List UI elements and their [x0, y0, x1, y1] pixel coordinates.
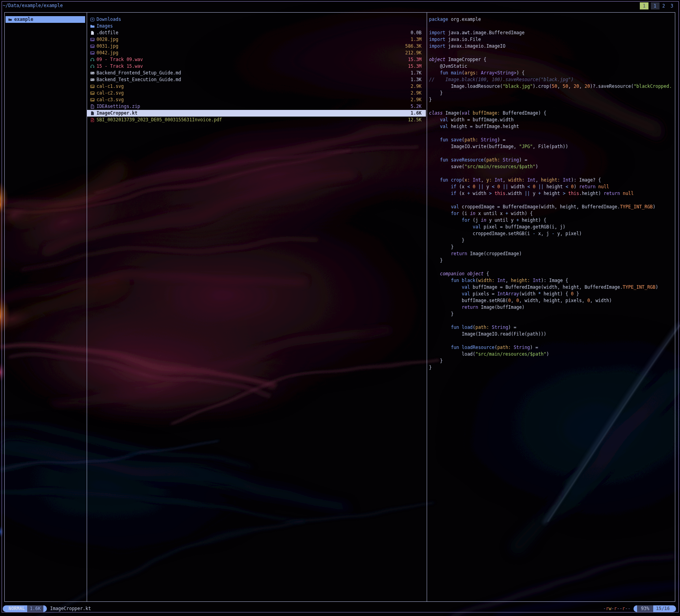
code-token-fg: buffImage.setRGB(: [429, 298, 508, 303]
code-token-fg: [429, 271, 440, 276]
file-row[interactable]: cal-c3.svg2.9K: [87, 96, 426, 103]
file-row[interactable]: 0042.jpg212.9K: [87, 50, 426, 56]
file-row[interactable]: Downloads: [87, 16, 426, 23]
code-token-th: this: [494, 191, 505, 196]
permission-char: r: [606, 606, 609, 611]
status-filename: ImageCropper.kt: [50, 605, 91, 612]
code-token-fg: x until x: [476, 211, 505, 216]
code-token-ty: Int: [533, 278, 541, 283]
code-token-st: "blackCropped.: [634, 83, 672, 89]
code-token-op: -: [533, 231, 535, 236]
code-token-pr: path:: [464, 137, 478, 143]
code-token-fn: loadResource: [459, 345, 494, 350]
code-token-kw: val: [451, 204, 459, 210]
file-row[interactable]: 09 - Track 09.wav15.3M: [87, 56, 426, 63]
file-row[interactable]: cal-c1.svg2.9K: [87, 83, 426, 90]
tab-3[interactable]: 2: [660, 2, 668, 9]
code-token-fg: }: [429, 237, 464, 243]
code-token-fg: [429, 137, 440, 143]
file-row[interactable]: 0028.jpg1.3M: [87, 36, 426, 43]
code-token-fg: buffImage = BufferedImage(width, height,…: [470, 284, 623, 290]
code-token-fg: [429, 284, 462, 290]
code-token-op: ||: [478, 184, 484, 189]
tab-4[interactable]: 3: [668, 2, 676, 9]
code-token-kwi: object: [429, 57, 446, 62]
image-gold-icon: [90, 84, 95, 89]
breadcrumb-path: ~/Data/example/example: [3, 2, 63, 9]
permission-char: --: [625, 606, 630, 611]
code-line: val width = buffImage.width: [429, 117, 514, 123]
code-token-ty: Array<String>: [481, 70, 517, 76]
code-line: }: [429, 311, 453, 317]
code-line: // Image.black(100, 100).saveResource("b…: [429, 76, 574, 83]
file-row[interactable]: SBI_0032013739_2023_DE05_0003155631Invoi…: [87, 117, 426, 123]
code-token-fg: }: [429, 97, 432, 102]
code-token-fg: y: [530, 191, 538, 196]
tab-2[interactable]: 1: [651, 2, 660, 9]
code-token-ty: IntArray: [497, 291, 519, 297]
code-token-fg: @JvmStatic: [429, 63, 467, 69]
code-token-fg: ) =: [519, 157, 528, 163]
file-size: 1.3M: [411, 36, 422, 43]
code-token-fg: [429, 217, 462, 223]
code-token-fg: org.example: [448, 17, 481, 22]
code-token-ty: String: [514, 345, 530, 350]
code-token-fg: ): Image? {: [571, 177, 601, 183]
file-name: cal-c1.svg: [97, 83, 124, 90]
code-token-fg: (x: [456, 191, 467, 196]
mode-badge-right-cap: [43, 605, 47, 612]
code-line: val height = buffImage.height: [429, 123, 519, 130]
file-name: IDEAsettings.zip: [97, 103, 140, 110]
code-token-nm: 50: [563, 83, 568, 89]
zip-icon: [90, 104, 95, 109]
code-token-fg: ,: [557, 83, 563, 89]
markdown-icon: [90, 78, 95, 82]
tab-1[interactable]: 1: [640, 2, 648, 9]
code-token-fg: ,: [481, 177, 487, 183]
file-name: Downloads: [97, 16, 121, 23]
code-token-fg: width) {: [508, 211, 533, 216]
parent-dir-item[interactable]: example: [6, 16, 85, 23]
code-line: @JvmStatic: [429, 63, 467, 70]
code-token-fg: )?.saveResource(: [590, 83, 634, 89]
code-token-kw: import: [429, 37, 446, 42]
file-size: 15.3M: [408, 63, 422, 70]
code-token-pr: height:: [511, 278, 530, 283]
file-row[interactable]: ImageCropper.kt1.6K: [87, 110, 426, 117]
code-token-st: "black.jpg": [503, 83, 533, 89]
code-line: val buffImage = BufferedImage(width, hei…: [429, 284, 658, 291]
code-line: for (i in x until x + width) {: [429, 210, 533, 217]
file-row[interactable]: 0031.jpg586.3K: [87, 43, 426, 50]
code-token-op: +: [467, 191, 470, 196]
file-row[interactable]: Backend_Test_Execution_Guide.md1.3K: [87, 76, 426, 83]
code-token-fg: height) {: [541, 291, 571, 297]
code-token-pr: path:: [497, 345, 511, 350]
file-row[interactable]: Backend_Frontend_Setup_Guide.md1.7K: [87, 70, 426, 76]
file-size: 212.9K: [405, 50, 422, 56]
code-token-pr: height:: [541, 177, 560, 183]
code-token-kw: for: [451, 211, 459, 216]
permission-char: --: [617, 606, 622, 611]
file-row[interactable]: .dotfile0.0B: [87, 30, 426, 36]
file-row[interactable]: IDEAsettings.zip5.2K: [87, 103, 426, 110]
code-token-fg: height = buffImage.height: [448, 124, 519, 129]
code-token-op: -: [552, 231, 555, 236]
code-token-pr: buffImage:: [473, 110, 500, 116]
code-token-st: "JPG": [519, 144, 533, 149]
code-token-fg: height: [541, 191, 563, 196]
code-token-fg: (j: [470, 217, 481, 223]
code-token-ty: String: [481, 137, 498, 143]
code-token-kw: fun: [440, 137, 448, 143]
code-line: }: [429, 358, 443, 364]
file-row[interactable]: Images: [87, 23, 426, 30]
code-token-kwp: return: [604, 191, 620, 196]
code-line: fun black(width: Int, height: Int): Imag…: [429, 277, 568, 284]
code-token-fg: width: [508, 184, 527, 189]
code-line: fun save(path: String) =: [429, 137, 505, 143]
code-token-kw: fun: [440, 177, 448, 183]
file-row[interactable]: cal-c2.svg2.9K: [87, 90, 426, 96]
file-row[interactable]: 15 - Track 15.wav15.3M: [87, 63, 426, 70]
code-token-ty: String: [503, 157, 519, 163]
code-line: Image.loadResource("black.jpg").crop(50,…: [429, 83, 672, 90]
code-token-fg: y, pixel): [555, 231, 582, 236]
